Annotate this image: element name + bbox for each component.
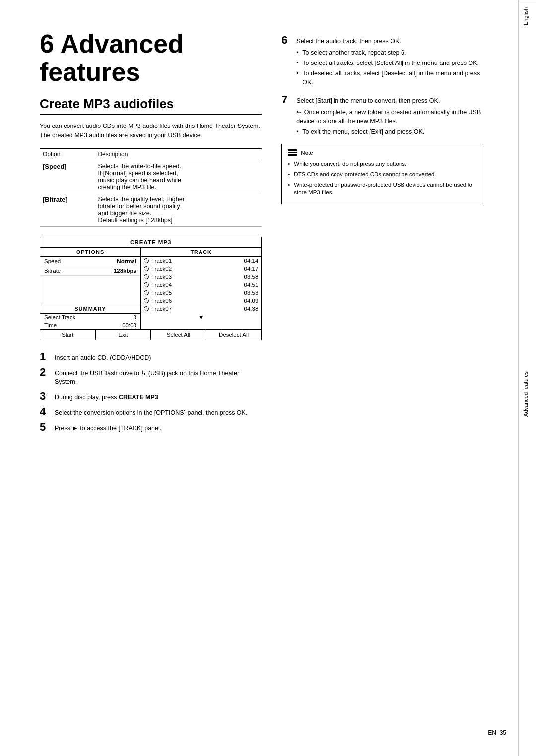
- step-7: 7 Select [Start] in the menu to convert,…: [281, 94, 483, 138]
- mp3-panel: CREATE MP3 OPTIONS Speed Normal Bitrate: [40, 237, 262, 340]
- section-heading: Create MP3 audiofiles: [40, 96, 262, 115]
- mp3-track-column: TRACK Track01 04:14 Track02 04:17: [141, 248, 261, 329]
- options-col-header: Option: [40, 148, 95, 160]
- note-item-2: DTS CDs and copy-protected CDs cannot be…: [288, 170, 477, 179]
- mp3-exit-button[interactable]: Exit: [96, 330, 151, 340]
- chapter-heading: 6 Advanced features: [40, 30, 262, 86]
- footer-en: EN: [488, 729, 496, 736]
- option-speed: [Speed]: [40, 160, 95, 193]
- note-list: While you convert, do not press any butt…: [288, 160, 477, 197]
- track-radio-7: [144, 306, 149, 311]
- track-row-2: Track02 04:17: [141, 265, 261, 273]
- mp3-options-column: OPTIONS Speed Normal Bitrate 128kbps: [40, 248, 141, 329]
- track-time-7: 04:38: [244, 306, 259, 312]
- note-item-1: While you convert, do not press any butt…: [288, 160, 477, 168]
- right-column: 6 Select the audio track, then press OK.…: [281, 30, 483, 438]
- track-name-3: Track03: [151, 274, 244, 280]
- description-col-header: Description: [95, 148, 262, 160]
- track-time-2: 04:17: [244, 266, 259, 272]
- step-num-4: 4: [40, 406, 50, 418]
- step-num-1: 1: [40, 351, 50, 363]
- track-time-3: 03:58: [244, 274, 259, 280]
- track-radio-4: [144, 282, 149, 287]
- step-5: 5 Press ► to access the [TRACK] panel.: [40, 422, 262, 433]
- sidebar-english-label: English: [519, 0, 536, 32]
- track-radio-1: [144, 258, 149, 263]
- sidebar-af-label: Advanced features: [519, 32, 536, 756]
- track-radio-3: [144, 274, 149, 279]
- mp3-options-header: OPTIONS: [40, 248, 140, 257]
- sidebar: English Advanced features: [518, 0, 536, 756]
- chapter-title-line1: Advanced: [60, 29, 184, 58]
- mp3-option-speed: Speed Normal: [40, 257, 140, 266]
- options-table: Option Description [Speed] Selects the w…: [40, 148, 262, 227]
- step-text-1: Insert an audio CD. (CDDA/HDCD): [55, 351, 262, 363]
- step-num-6: 6: [281, 35, 291, 88]
- step-6-bullets: To select another track, repeat step 6. …: [296, 48, 483, 87]
- track-row-1: Track01 04:14: [141, 257, 261, 265]
- step-num-5: 5: [40, 422, 50, 433]
- track-time-5: 03:53: [244, 290, 259, 296]
- step-num-3: 3: [40, 391, 50, 402]
- note-icon-bar3: [288, 154, 297, 156]
- step-7-bullets: →Once complete, a new folder is created …: [296, 108, 483, 136]
- track-name-4: Track04: [151, 282, 244, 288]
- chapter-title-line2: features: [40, 58, 140, 86]
- track-radio-6: [144, 298, 149, 303]
- arrow-icon: →: [296, 109, 303, 116]
- track-row-7: Track07 04:38: [141, 305, 261, 313]
- track-radio-5: [144, 290, 149, 295]
- step-1: 1 Insert an audio CD. (CDDA/HDCD): [40, 351, 262, 363]
- step-6-bullet-3: To deselect all tracks, select [Deselect…: [296, 69, 483, 87]
- track-name-5: Track05: [151, 290, 244, 296]
- step-3: 3 During disc play, press CREATE MP3: [40, 391, 262, 402]
- step-body-6: Select the audio track, then press OK. T…: [296, 35, 483, 88]
- time-label: Time: [44, 322, 57, 328]
- page: 6 Advanced features Create MP3 audiofile…: [0, 0, 536, 756]
- track-time-4: 04:51: [244, 282, 259, 288]
- summary-title: SUMMARY: [40, 304, 140, 314]
- track-time-6: 04:09: [244, 298, 259, 304]
- step-7-bullet-1: To exit the menu, select [Exit] and pres…: [296, 127, 483, 136]
- intro-text: You can convert audio CDs into MP3 audio…: [40, 122, 262, 140]
- track-row-4: Track04 04:51: [141, 281, 261, 289]
- step-text-5: Press ► to access the [TRACK] panel.: [55, 422, 262, 433]
- summary-time: Time 00:00: [40, 321, 140, 329]
- mp3-summary: SUMMARY Select Track 0 Time 00:00: [40, 304, 140, 329]
- track-row-3: Track03 03:58: [141, 273, 261, 281]
- note-header: Note: [288, 149, 477, 156]
- summary-select-track: Select Track 0: [40, 314, 140, 321]
- down-arrow-icon: ▼: [198, 314, 204, 321]
- track-radio-2: [144, 266, 149, 271]
- step-7-arrow-bullet: →Once complete, a new folder is created …: [296, 108, 483, 126]
- step-text-2: Connect the USB flash drive to ↳ (USB) j…: [55, 367, 262, 387]
- step-6-bullet-2: To select all tracks, select [Select All…: [296, 59, 483, 67]
- mp3-deselect-all-button[interactable]: Deselect All: [206, 330, 262, 340]
- step-main-6: Select the audio track, then press OK.: [296, 38, 401, 45]
- track-time-1: 04:14: [244, 258, 259, 264]
- main-content: 6 Advanced features Create MP3 audiofile…: [0, 0, 518, 756]
- mp3-buttons-row: Start Exit Select All Deselect All: [40, 329, 261, 340]
- select-track-value: 0: [134, 315, 136, 320]
- track-name-6: Track06: [151, 298, 244, 304]
- footer-page: 35: [500, 729, 506, 736]
- track-name-1: Track01: [151, 258, 244, 264]
- step-num-7: 7: [281, 94, 291, 138]
- time-value: 00:00: [122, 322, 136, 328]
- step-body-7: Select [Start] in the menu to convert, t…: [296, 94, 483, 138]
- mp3-select-all-button[interactable]: Select All: [151, 330, 206, 340]
- track-row-5: Track05 03:53: [141, 289, 261, 297]
- chapter-number: 6: [40, 29, 54, 58]
- right-step-list: 6 Select the audio track, then press OK.…: [281, 35, 483, 138]
- mp3-option-bitrate: Bitrate 128kbps: [40, 266, 140, 276]
- step-text-3: During disc play, press CREATE MP3: [55, 391, 262, 402]
- bitrate-label: Bitrate: [44, 268, 61, 274]
- note-item-3: Write-protected or password-protected US…: [288, 181, 477, 197]
- step-text-4: Select the conversion options in the [OP…: [55, 406, 262, 418]
- step-6: 6 Select the audio track, then press OK.…: [281, 35, 483, 88]
- note-icon-bar1: [288, 149, 297, 151]
- mp3-track-header: TRACK: [141, 248, 261, 257]
- mp3-panel-title: CREATE MP3: [40, 237, 261, 248]
- description-bitrate: Selects the quality level. Higherbitrate…: [95, 193, 262, 226]
- mp3-start-button[interactable]: Start: [40, 330, 96, 340]
